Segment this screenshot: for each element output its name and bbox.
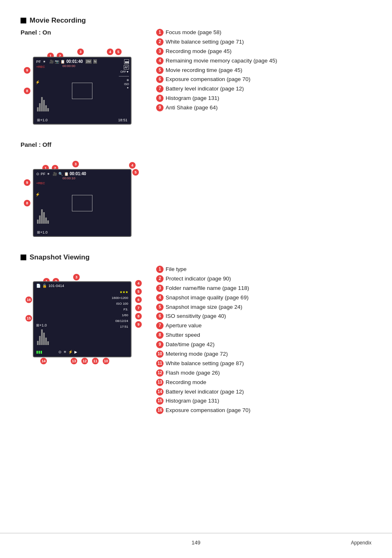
list-item: 12 Flash mode (page 26) (156, 369, 371, 377)
hist-bar-1 (37, 107, 39, 111)
snap-num-6: 6 (156, 313, 164, 320)
star-off: ✶ (47, 172, 50, 176)
snap-callout-12: 12 (81, 358, 88, 364)
panel-on-label: Panel : On (21, 29, 148, 36)
iso-label-on: ISO (124, 83, 129, 86)
hist-bar-2 (39, 103, 41, 111)
callout-5-off: 5 (132, 169, 139, 176)
snap-callout-6: 6 (135, 296, 142, 303)
timer-off: 00:01:40 (70, 171, 86, 176)
page-number: 149 (191, 539, 201, 546)
histogram-on (37, 91, 62, 111)
snapshot-viewing-title: Snapshot Viewing (30, 253, 90, 262)
snapshot-right: 1 File type 2 Protect indicator (page 90… (156, 266, 371, 416)
snap-num-12: 12 (156, 369, 164, 377)
snapshot-item-list: 1 File type 2 Protect indicator (page 90… (156, 266, 371, 414)
screen-bottom-bar-off: ⊞+1.0 (34, 230, 131, 234)
hist-bar-off-1 (37, 220, 39, 224)
snap-callout-11: 11 (92, 358, 99, 364)
sh-bar-3 (41, 329, 43, 345)
rec-label-off: +REC (36, 181, 45, 185)
right-panel-on: ▮▮▮ AF OFF▼ ───── ⊕ ISO ✦ (119, 59, 129, 90)
item-1-text: Focus mode (page 58) (166, 29, 371, 37)
snapshot-screen: 📄 🔓 101-0414 ★★★ 1600×1200 ISO 100 F3. 1… (33, 281, 131, 357)
item-7-text: Battery level indicator (page 12) (166, 85, 371, 93)
snap-item-7: Aperture value (166, 322, 371, 330)
snapshot-left: 1 2 3 4 5 6 7 8 9 10 11 12 13 14 15 16 (21, 266, 148, 416)
callout-4-off: 4 (129, 162, 136, 169)
star-icon-on: ✶ (43, 60, 46, 64)
snap-callout-14: 14 (40, 358, 47, 364)
snap-callout-4: 4 (135, 280, 142, 287)
sh-bar-5 (45, 338, 47, 345)
sh-bar-1 (37, 341, 39, 345)
num-2: 2 (156, 38, 164, 46)
snap-item-13: Recording mode (166, 379, 371, 387)
snap-callout-13: 13 (71, 358, 77, 364)
snap-item-4: Snapshot image quality (page 69) (166, 294, 371, 302)
snap-item-3: Folder name/file name (page 118) (166, 285, 371, 292)
snapshot-viewing-heading: Snapshot Viewing (21, 253, 371, 262)
num-7: 7 (156, 85, 164, 93)
square-icon-snap (21, 255, 26, 260)
snap-callout-15: 15 (25, 315, 32, 322)
battery-icon-on: ▮▮▮ (124, 59, 129, 64)
num-6: 6 (156, 76, 164, 83)
list-item: 5 Snapshot image size (page 24) (156, 303, 371, 311)
num-8: 8 (156, 95, 164, 102)
timer-on: 00:01:40 (67, 59, 83, 64)
snap-callout-3: 3 (73, 274, 80, 280)
list-item: 1 Focus mode (page 58) (156, 29, 371, 37)
snap-num-15: 15 (156, 397, 164, 405)
snap-item-15: Histogram (page 131) (166, 397, 371, 405)
sh-bar-2 (39, 336, 41, 345)
top-bar-off: ⊙ PF ✶ 🎥 🔍 📋 00:01:40 (36, 171, 86, 176)
hist-bar-6 (47, 108, 49, 111)
list-item: 16 Exposure compensation (page 70) (156, 407, 371, 414)
af-frame-off (72, 195, 92, 211)
snap-item-16: Exposure compensation (page 70) (166, 407, 371, 414)
icons-on: 🎥 📷 📋 (49, 60, 65, 64)
sub-timer-off: 00:00:10 (62, 176, 75, 180)
snapshot-container: 1 2 3 4 5 6 7 8 9 10 11 12 13 14 15 16 (21, 266, 148, 373)
callout-3-off: 3 (72, 161, 79, 167)
doc-icon-off: 📋 (64, 172, 69, 176)
panel-on-left: Panel : On 1 2 3 4 5 6 7 8 (21, 29, 148, 129)
list-item: 9 Anti Shake (page 64) (156, 104, 371, 112)
snap-num-9: 9 (156, 341, 164, 348)
snap-callout-7: 7 (135, 305, 142, 311)
panel-off-label: Panel : Off (21, 141, 371, 148)
callout-9-off: 9 (24, 179, 30, 186)
screen-top-bar-on: PF ✶ 🎥 📷 📋 00:01:40 2M N (34, 59, 131, 64)
snap-num-13: 13 (156, 379, 164, 386)
snap-num-10: 10 (156, 350, 164, 358)
rec-mode-icon: ▶ (74, 350, 77, 354)
folder-name: 101-0414 (48, 284, 64, 288)
page: Movie Recording Panel : On 1 2 3 4 5 6 (0, 0, 392, 453)
panel-on-right: 1 Focus mode (page 58) 2 White balance s… (156, 29, 371, 129)
res-badge-on: N (93, 59, 97, 64)
panel-on-item-list: 1 Focus mode (page 58) 2 White balance s… (156, 29, 371, 112)
item-2-text: White balance setting (page 71) (166, 38, 371, 46)
callout-8-panel-on: 8 (24, 88, 30, 94)
snap-num-5: 5 (156, 303, 164, 311)
list-item: 8 Shutter speed (156, 331, 371, 339)
pf-off: PF (41, 172, 46, 176)
list-item: 3 Folder name/file name (page 118) (156, 285, 371, 292)
num-5: 5 (156, 67, 164, 74)
dashes-on: ───── (119, 75, 129, 78)
snap-callout-5: 5 (135, 288, 142, 295)
callout-9-panel-on: 9 (24, 67, 30, 74)
snap-callout-9: 9 (135, 321, 142, 328)
callout-5-panel-on: 5 (115, 49, 122, 55)
file-icon: 📄 (36, 284, 41, 288)
sh-bar-6 (47, 341, 49, 345)
ev-bottom-off: ⊞+1.0 (37, 230, 48, 234)
pf-mode-on: PF (36, 60, 41, 64)
callout-8-off: 8 (24, 200, 30, 206)
cam-icon-off: 🎥 (53, 172, 57, 176)
snap-aperture: F3. (123, 308, 128, 311)
hist-bar-off-5 (45, 218, 47, 224)
off-badge-on: OFF▼ (120, 70, 129, 73)
num-9: 9 (156, 104, 164, 111)
